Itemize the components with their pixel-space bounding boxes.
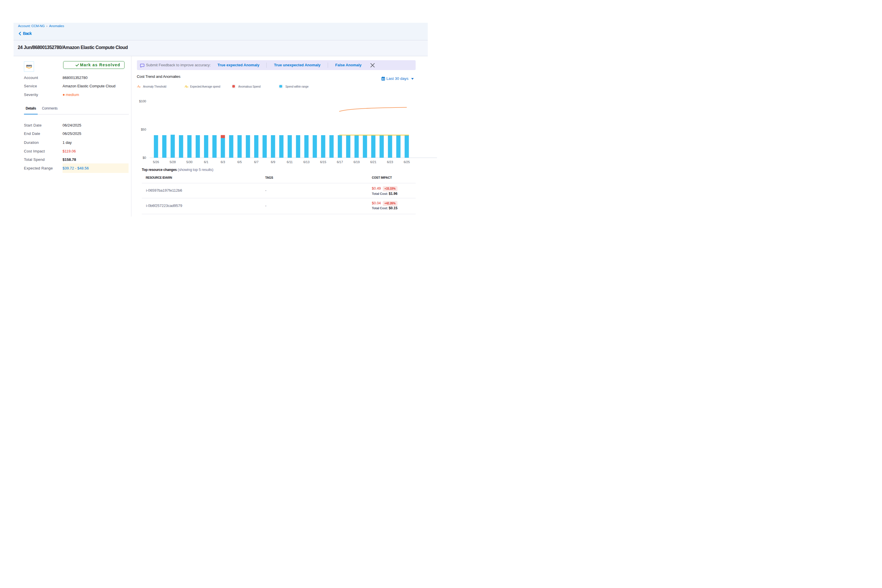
svg-text:$50: $50	[141, 128, 146, 131]
svg-text:aws: aws	[26, 63, 32, 67]
svg-text:$100: $100	[139, 99, 146, 103]
svg-text:$0: $0	[142, 156, 146, 159]
